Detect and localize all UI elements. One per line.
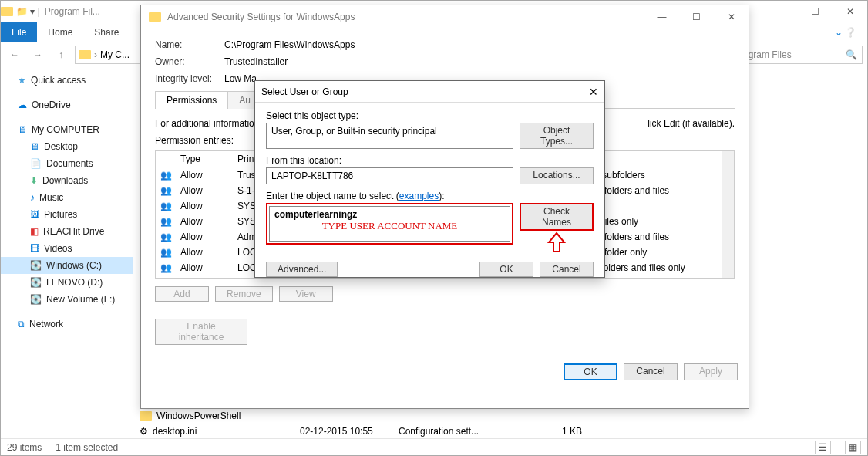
tab-share[interactable]: Share xyxy=(83,22,130,42)
name-value: C:\Program Files\WindowsApps xyxy=(224,39,355,50)
location-label: From this location: xyxy=(266,155,594,166)
user-icon: 👥 xyxy=(160,262,172,273)
sidebar-item-music[interactable]: ♪Music xyxy=(1,189,133,206)
maximize-button[interactable]: ☐ xyxy=(798,1,833,22)
sidebar-item-newvol-f[interactable]: 💽New Volume (F:) xyxy=(1,291,133,308)
object-type-field: User, Group, or Built-in security princi… xyxy=(266,123,513,149)
breadcrumb[interactable]: My C... xyxy=(100,49,130,60)
close-button[interactable]: ✕ xyxy=(833,1,867,22)
back-button[interactable]: ← xyxy=(5,46,24,64)
user-icon: 👥 xyxy=(160,278,172,279)
info-text: For additional informatio xyxy=(155,118,254,129)
select-user-title: Select User or Group xyxy=(261,86,348,97)
sidebar: ★Quick access ☁OneDrive 🖥My COMPUTER 🖥De… xyxy=(1,67,133,438)
object-type-label: Select this object type: xyxy=(266,110,594,121)
folder-icon xyxy=(149,12,161,22)
owner-value: TrustedInstaller xyxy=(224,56,288,67)
object-name-label: Enter the object name to select xyxy=(266,191,393,201)
sidebar-item-windows-c[interactable]: 💽Windows (C:) xyxy=(1,257,133,274)
dialog-titlebar: Advanced Security Settings for WindowsAp… xyxy=(141,5,749,29)
tab-permissions[interactable]: Permissions xyxy=(155,91,228,109)
tab-file[interactable]: File xyxy=(1,22,37,42)
sidebar-item-reachit[interactable]: ◧REACHit Drive xyxy=(1,223,133,240)
folder-icon xyxy=(140,411,152,421)
sidebar-item-documents[interactable]: 📄Documents xyxy=(1,155,133,172)
dialog-close-button[interactable]: ✕ xyxy=(714,6,749,28)
apply-button[interactable]: Apply xyxy=(684,363,738,380)
file-row[interactable]: ⚙desktop.ini 02-12-2015 10:55 Configurat… xyxy=(140,424,861,439)
user-icon: 👥 xyxy=(160,170,172,181)
enable-inheritance-button[interactable]: Enable inheritance xyxy=(155,319,247,345)
select-user-ok-button[interactable]: OK xyxy=(479,262,533,277)
sidebar-item-videos[interactable]: 🎞Videos xyxy=(1,240,133,257)
dialog-minimize-button[interactable]: — xyxy=(644,6,679,28)
sidebar-mycomputer[interactable]: 🖥My COMPUTER xyxy=(1,121,133,138)
sidebar-item-pictures[interactable]: 🖼Pictures xyxy=(1,206,133,223)
select-user-dialog: Select User or Group ✕ Select this objec… xyxy=(254,80,605,278)
sidebar-network[interactable]: ⧉Network xyxy=(1,316,133,333)
annotation-text: TYPE USER ACCOUNT NAME xyxy=(274,220,505,232)
advanced-button[interactable]: Advanced... xyxy=(266,262,338,277)
dialog-footer: OK Cancel Apply xyxy=(141,356,749,388)
minimize-button[interactable]: — xyxy=(763,1,798,22)
user-icon: 👥 xyxy=(160,185,172,196)
user-icon: 👥 xyxy=(160,247,172,258)
status-count: 29 items xyxy=(7,442,42,453)
object-types-button[interactable]: Object Types... xyxy=(520,123,594,149)
user-icon: 👥 xyxy=(160,216,172,227)
up-button[interactable]: ↑ xyxy=(52,46,70,64)
integrity-label: Integrity level: xyxy=(155,73,224,84)
ini-icon: ⚙ xyxy=(140,426,148,437)
close-icon[interactable]: ✕ xyxy=(589,86,598,98)
add-button[interactable]: Add xyxy=(155,286,209,302)
folder-icon xyxy=(79,50,91,59)
view-button[interactable]: View xyxy=(279,286,333,302)
scrollbar[interactable] xyxy=(722,151,734,278)
user-icon: 👥 xyxy=(160,201,172,211)
check-names-button[interactable]: Check Names xyxy=(520,203,594,231)
user-icon: 👥 xyxy=(160,231,172,242)
info-suffix: lick Edit (if available). xyxy=(648,118,735,129)
view-details-icon[interactable]: ☰ xyxy=(815,441,831,454)
sidebar-item-lenovo-d[interactable]: 💽LENOVO (D:) xyxy=(1,274,133,291)
ribbon-expand-icon[interactable]: ⌄ ❔ xyxy=(824,22,867,42)
locations-button[interactable]: Locations... xyxy=(520,167,594,184)
sidebar-item-downloads[interactable]: ⬇Downloads xyxy=(1,172,133,189)
forward-button[interactable]: → xyxy=(29,46,47,64)
object-name-input[interactable]: computerlearningz TYPE USER ACCOUNT NAME xyxy=(269,206,510,242)
owner-label: Owner: xyxy=(155,56,224,67)
location-field: LAPTOP-K8LTT786 xyxy=(266,167,513,184)
sidebar-item-desktop[interactable]: 🖥Desktop xyxy=(1,138,133,155)
statusbar: 29 items 1 item selected ☰ ▦ xyxy=(1,438,867,455)
remove-button[interactable]: Remove xyxy=(215,286,273,302)
dialog-title: Advanced Security Settings for WindowsAp… xyxy=(167,12,355,22)
sidebar-onedrive[interactable]: ☁OneDrive xyxy=(1,96,133,113)
select-user-titlebar: Select User or Group ✕ xyxy=(255,81,604,103)
select-user-cancel-button[interactable]: Cancel xyxy=(540,262,594,277)
dialog-maximize-button[interactable]: ☐ xyxy=(679,6,714,28)
cancel-button[interactable]: Cancel xyxy=(624,363,678,380)
sidebar-quick-access[interactable]: ★Quick access xyxy=(1,72,133,89)
view-large-icon[interactable]: ▦ xyxy=(845,441,861,454)
examples-link[interactable]: examples xyxy=(399,191,439,201)
search-icon: 🔍 xyxy=(846,49,857,60)
file-row[interactable]: WindowsPowerShell xyxy=(140,408,861,424)
folder-icon xyxy=(1,7,13,16)
tab-home[interactable]: Home xyxy=(37,22,83,42)
name-label: Name: xyxy=(155,39,224,50)
status-selection: 1 item selected xyxy=(56,442,118,453)
integrity-value: Low Ma xyxy=(224,73,257,84)
ok-button[interactable]: OK xyxy=(564,363,617,380)
arrow-up-icon xyxy=(545,231,568,254)
